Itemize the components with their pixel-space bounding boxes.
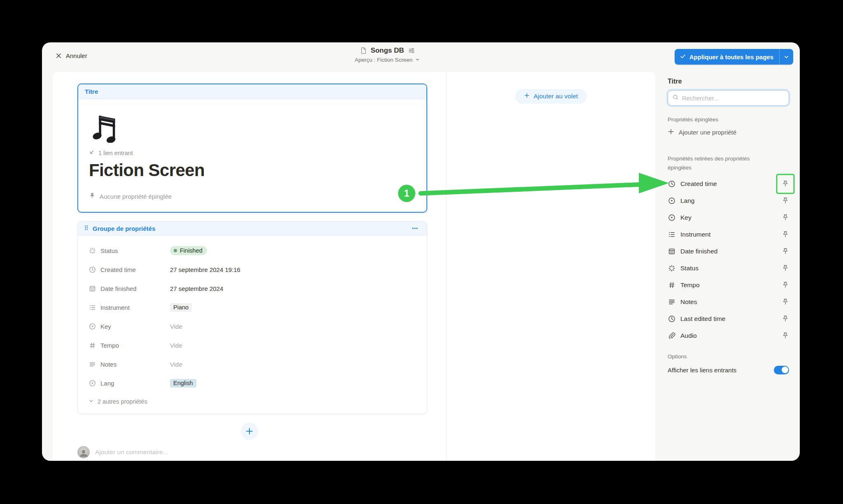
options-section-label: Options	[668, 353, 789, 360]
pin-button[interactable]	[782, 231, 789, 238]
plus-icon	[524, 93, 530, 100]
plus-icon	[668, 128, 674, 136]
sidebar-item-lang[interactable]: Lang	[668, 193, 789, 209]
backlinks-label: 1 lien entrant	[98, 150, 133, 156]
property-row-status[interactable]: Status Finished	[88, 241, 416, 260]
add-property-button[interactable]: Ajouter une propriété	[668, 128, 789, 136]
close-icon	[56, 53, 62, 59]
property-label: Date finished	[100, 285, 137, 292]
property-label: Tempo	[100, 342, 119, 349]
more-options-icon[interactable]	[409, 225, 421, 232]
chevron-down-icon	[415, 57, 420, 63]
add-block-button[interactable]	[241, 423, 258, 440]
pin-button[interactable]	[782, 197, 789, 204]
sidebar-item-audio[interactable]: Audio	[668, 327, 789, 344]
cancel-button[interactable]: Annuler	[56, 52, 87, 59]
preview-selector[interactable]: Aperçu : Fiction Screen	[355, 57, 420, 63]
apply-to-all-pages-button[interactable]: Appliquer à toutes les pages	[675, 49, 793, 65]
backlinks-row[interactable]: 1 lien entrant	[89, 149, 416, 156]
show-backlinks-toggle[interactable]	[774, 366, 789, 374]
property-row-notes[interactable]: Notes Vide	[88, 355, 416, 374]
comment-composer[interactable]: Ajouter un commentaire...	[77, 446, 168, 458]
property-group-label: Groupe de propriétés	[93, 225, 156, 232]
pin-button[interactable]	[782, 332, 789, 339]
property-search[interactable]	[668, 90, 789, 106]
chevron-down-icon	[88, 398, 94, 405]
status-icon	[668, 265, 675, 272]
text-icon	[668, 298, 675, 306]
removed-section-label: Propriétés retirées des propriétés éping…	[668, 154, 757, 173]
property-settings-sidebar: Titre Propriétés épinglées Ajouter une p…	[655, 72, 800, 461]
pin-button[interactable]	[782, 298, 789, 306]
pinned-section-label: Propriétés épinglées	[668, 116, 789, 123]
sidebar-item-label: Notes	[680, 298, 697, 306]
property-label: Notes	[100, 361, 116, 368]
select-icon	[668, 197, 675, 204]
property-group-card[interactable]: Groupe de propriétés Status	[77, 221, 427, 414]
pane-column: Ajouter au volet	[447, 72, 655, 461]
title-field-card[interactable]: Titre	[77, 84, 427, 213]
add-to-pane-button[interactable]: Ajouter au volet	[515, 89, 587, 104]
clock-icon	[88, 266, 96, 273]
show-backlinks-row: Afficher les liens entrants	[668, 366, 789, 374]
sidebar-item-last-edited-time[interactable]: Last edited time	[668, 311, 789, 327]
property-row-key[interactable]: Key Vide	[88, 317, 416, 336]
editor-content-panel: Titre	[53, 72, 655, 461]
arrow-southwest-icon	[89, 149, 95, 156]
add-to-pane-label: Ajouter au volet	[533, 93, 578, 100]
drag-handle-icon[interactable]	[84, 225, 89, 232]
pin-button[interactable]	[782, 248, 789, 255]
sidebar-item-label: Key	[680, 214, 692, 221]
more-properties-toggle[interactable]: 2 autres propriétés	[88, 393, 416, 411]
pinned-properties-empty-row: Aucune propriété épinglée	[89, 193, 416, 200]
avatar	[77, 446, 90, 458]
property-label: Instrument	[100, 304, 130, 311]
cancel-label: Annuler	[66, 52, 87, 59]
property-row-tempo[interactable]: Tempo Vide	[88, 336, 416, 355]
sidebar-item-status[interactable]: Status	[668, 260, 789, 277]
pin-button[interactable]	[782, 214, 789, 221]
check-icon	[680, 53, 686, 60]
sidebar-item-key[interactable]: Key	[668, 209, 789, 226]
sidebar-item-notes[interactable]: Notes	[668, 294, 789, 311]
property-row-lang[interactable]: Lang English	[88, 374, 416, 393]
removed-properties-list: Created time Lang Key Instrument	[668, 176, 789, 344]
music-notes-emoji	[89, 111, 121, 143]
page-title: Fiction Screen	[89, 160, 416, 180]
sidebar-item-label: Tempo	[680, 281, 700, 289]
status-badge: Finished	[170, 246, 207, 255]
pin-button[interactable]	[782, 180, 789, 188]
search-icon	[673, 94, 679, 102]
property-row-created-time[interactable]: Created time 27 septembre 2024 19:16	[88, 260, 416, 279]
pinned-empty-label: Aucune propriété épinglée	[100, 193, 172, 200]
comment-placeholder: Ajouter un commentaire...	[95, 448, 168, 456]
header-title-block: Songs DB Aperçu : Fiction Screen	[355, 46, 420, 63]
select-icon	[668, 214, 675, 221]
pin-button[interactable]	[782, 315, 789, 323]
sidebar-item-label: Lang	[680, 197, 694, 204]
text-icon	[88, 361, 96, 368]
sidebar-title: Titre	[668, 78, 789, 85]
list-icon	[668, 231, 675, 238]
database-title: Songs DB	[370, 46, 404, 55]
pin-button[interactable]	[782, 265, 789, 272]
show-backlinks-label: Afficher les liens entrants	[668, 367, 736, 374]
sidebar-item-date-finished[interactable]: Date finished	[668, 243, 789, 260]
sidebar-item-label: Date finished	[680, 248, 717, 255]
sidebar-item-created-time[interactable]: Created time	[668, 176, 789, 193]
sidebar-item-instrument[interactable]: Instrument	[668, 226, 789, 243]
select-icon	[88, 323, 96, 330]
clock-icon	[668, 315, 675, 323]
pin-filled-icon	[89, 193, 95, 200]
toggle-knob	[782, 367, 788, 373]
search-input[interactable]	[682, 95, 784, 102]
property-row-instrument[interactable]: Instrument Piano	[88, 298, 416, 317]
property-value-empty: Vide	[170, 323, 182, 330]
sidebar-item-tempo[interactable]: Tempo	[668, 277, 789, 294]
apply-options-chevron[interactable]	[780, 49, 793, 65]
status-icon	[88, 247, 96, 254]
pin-button[interactable]	[782, 281, 789, 289]
property-row-date-finished[interactable]: Date finished 27 septembre 2024	[88, 279, 416, 298]
sliders-icon[interactable]	[408, 47, 415, 54]
property-label: Lang	[100, 380, 114, 387]
